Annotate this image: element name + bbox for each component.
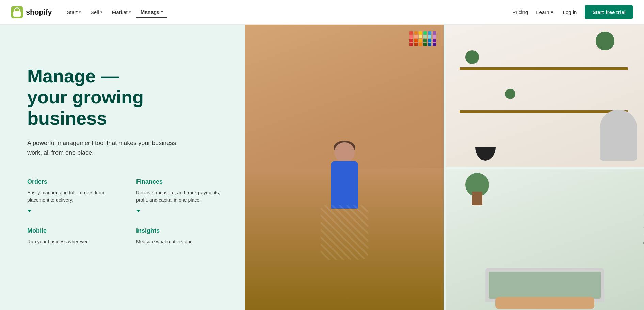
hero-left: Manage —your growing business A powerful… xyxy=(0,25,245,310)
laptop-screen xyxy=(489,272,601,299)
learn-button[interactable]: Learn ▾ xyxy=(535,6,554,18)
feature-finances-desc: Receive, measure, and track payments, pr… xyxy=(136,189,225,204)
logo-text: shopify xyxy=(26,8,52,17)
shelf-1 xyxy=(460,67,628,70)
nav-market-label: Market xyxy=(112,9,128,15)
feature-orders: Orders Easily manage and fulfill orders … xyxy=(27,178,116,214)
pricing-link[interactable]: Pricing xyxy=(511,6,529,18)
hero-images: Featured merch xyxy=(245,25,644,310)
plant-3 xyxy=(505,89,515,99)
nav-links: Start ▾ Sell ▾ Market ▾ Manage ▾ xyxy=(63,6,511,18)
navigation: shopify Start ▾ Sell ▾ Market ▾ Manage ▾… xyxy=(0,0,644,25)
person-body xyxy=(331,161,358,209)
chair xyxy=(600,110,637,161)
bowl xyxy=(475,147,496,161)
learn-label: Learn xyxy=(536,9,549,15)
feature-insights: Insights Measure what matters and xyxy=(136,227,225,249)
person-head xyxy=(334,142,355,163)
shelf-scene xyxy=(446,25,644,167)
hero-main-image xyxy=(245,25,444,310)
feature-orders-desc: Easily manage and fulfill orders from pl… xyxy=(27,189,116,204)
person-skirt xyxy=(321,205,368,260)
hero-title: Manage —your growing business xyxy=(27,65,225,129)
hero-top-right-image xyxy=(446,25,644,167)
plant-1 xyxy=(465,50,479,64)
orders-expand-icon[interactable] xyxy=(27,210,31,212)
finances-expand-icon[interactable] xyxy=(136,210,140,212)
chevron-down-icon: ▾ xyxy=(161,10,163,14)
feature-finances-title: Finances xyxy=(136,178,225,185)
laptop-scene xyxy=(446,169,644,310)
nav-item-market[interactable]: Market ▾ xyxy=(108,6,135,18)
hero-section: Manage —your growing business A powerful… xyxy=(0,25,644,310)
feature-insights-desc: Measure what matters and xyxy=(136,238,225,245)
nav-start-label: Start xyxy=(67,9,78,15)
start-trial-button[interactable]: Start free trial xyxy=(585,5,633,19)
plant-stem xyxy=(472,192,482,205)
color-swatches xyxy=(409,31,437,46)
hero-subtitle: A powerful management tool that makes yo… xyxy=(27,138,184,158)
chevron-down-icon: ▾ xyxy=(551,9,553,15)
hands xyxy=(495,297,595,309)
nav-sell-label: Sell xyxy=(91,9,99,15)
person-figure xyxy=(310,142,379,310)
nav-right: Pricing Learn ▾ Log in Start free trial xyxy=(511,5,633,19)
chevron-down-icon: ▾ xyxy=(100,10,102,14)
feature-mobile-desc: Run your business wherever xyxy=(27,238,116,245)
features-grid: Orders Easily manage and fulfill orders … xyxy=(27,178,225,249)
feature-orders-title: Orders xyxy=(27,178,116,185)
logo-link[interactable]: shopify xyxy=(11,6,52,18)
feature-mobile: Mobile Run your business wherever xyxy=(27,227,116,249)
chevron-down-icon: ▾ xyxy=(79,10,81,14)
feature-insights-title: Insights xyxy=(136,227,225,234)
shopify-bag-icon xyxy=(11,6,23,18)
nav-manage-label: Manage xyxy=(141,9,160,15)
shelf-2 xyxy=(460,110,628,113)
main-scene xyxy=(245,25,444,310)
feature-finances: Finances Receive, measure, and track pay… xyxy=(136,178,225,214)
nav-item-manage[interactable]: Manage ▾ xyxy=(136,6,167,18)
featured-merch-label: Featured merch xyxy=(643,213,644,244)
chevron-down-icon: ▾ xyxy=(129,10,131,14)
nav-item-sell[interactable]: Sell ▾ xyxy=(86,6,107,18)
login-link[interactable]: Log in xyxy=(560,6,580,18)
nav-item-start[interactable]: Start ▾ xyxy=(63,6,85,18)
plant-2 xyxy=(596,32,614,50)
feature-mobile-title: Mobile xyxy=(27,227,116,234)
hero-bottom-right-image: Featured merch xyxy=(446,169,644,310)
